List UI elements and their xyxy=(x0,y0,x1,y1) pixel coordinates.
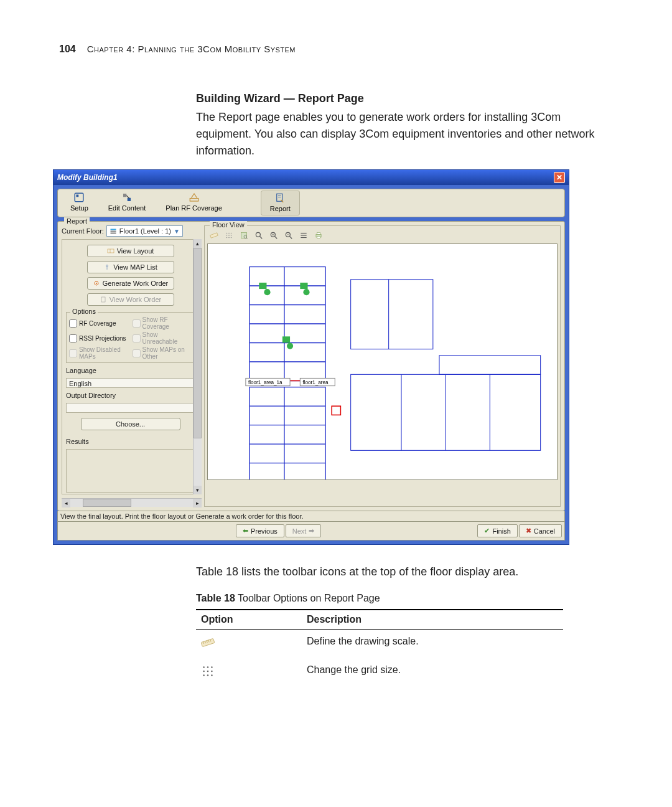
current-floor-select[interactable]: Floor1 (Level : 1) ▼ xyxy=(106,225,183,237)
arrow-right-icon: ➡ xyxy=(309,527,314,535)
rssi-projections-checkbox[interactable]: RSSI Projections xyxy=(69,331,129,345)
results-label: Results xyxy=(66,438,195,445)
svg-rect-74 xyxy=(282,336,290,342)
left-scrollbar[interactable]: ▴ ▾ xyxy=(193,239,202,494)
svg-rect-19 xyxy=(210,233,218,238)
next-button[interactable]: Next➡ xyxy=(286,524,322,537)
svg-rect-73 xyxy=(300,283,307,289)
view-work-order-label: View Work Order xyxy=(110,296,161,303)
svg-line-35 xyxy=(275,237,278,239)
svg-point-71 xyxy=(287,342,293,349)
doc-icon xyxy=(100,296,107,303)
setup-icon xyxy=(73,192,85,203)
chapter-label: Chapter 4: Planning the 3Com Mobility Sy… xyxy=(87,44,296,54)
left-hscrollbar[interactable]: ◂ ▸ xyxy=(62,498,202,507)
show-disabled-maps-label: Show Disabled MAPs xyxy=(79,346,129,360)
zoom-icon[interactable] xyxy=(253,230,264,241)
svg-rect-1 xyxy=(77,195,79,197)
svg-rect-77 xyxy=(201,638,215,646)
cancel-button[interactable]: ✖Cancel xyxy=(519,524,562,537)
current-floor-value: Floor1 (Level : 1) xyxy=(119,227,171,235)
zoom-out-icon[interactable] xyxy=(283,230,294,241)
tab-report[interactable]: Report xyxy=(261,191,300,215)
svg-point-27 xyxy=(228,237,230,238)
scroll-down-icon[interactable]: ▾ xyxy=(194,486,202,494)
grid-dots-icon xyxy=(201,664,215,678)
svg-rect-5 xyxy=(190,199,198,202)
tab-plan-rf[interactable]: Plan RF Coverage xyxy=(157,191,231,215)
zoom-fit-icon[interactable] xyxy=(238,230,250,241)
svg-rect-72 xyxy=(259,283,266,289)
status-bar: View the final layout. Print the floor l… xyxy=(57,511,565,522)
titlebar: Modify Building1 ✕ xyxy=(54,170,569,185)
view-work-order-button[interactable]: View Work Order xyxy=(87,293,174,306)
previous-button[interactable]: ⬅Previous xyxy=(236,524,284,537)
scroll-thumb[interactable] xyxy=(194,248,202,438)
output-directory-input[interactable] xyxy=(66,403,195,413)
svg-point-23 xyxy=(226,235,228,236)
svg-rect-0 xyxy=(75,193,84,202)
list-icon[interactable] xyxy=(298,230,309,241)
show-disabled-maps-checkbox: Show Disabled MAPs xyxy=(69,346,129,360)
show-rf-coverage-checkbox: Show RF Coverage xyxy=(133,316,192,330)
svg-point-86 xyxy=(203,671,205,672)
rf-coverage-checkbox[interactable]: RF Coverage xyxy=(69,316,129,330)
svg-rect-2 xyxy=(123,194,126,197)
svg-rect-67 xyxy=(332,406,340,415)
wizard-button-bar: ⬅Previous Next➡ ✔Finish ✖Cancel xyxy=(57,522,565,540)
toolbar-spacer xyxy=(233,191,258,215)
floor-area-label-a: floor1_area_1a xyxy=(248,380,282,385)
ruler-icon xyxy=(201,636,215,649)
svg-point-25 xyxy=(231,235,232,236)
previous-label: Previous xyxy=(251,527,278,535)
tab-setup[interactable]: Setup xyxy=(62,191,97,215)
floor-view-label: Floor View xyxy=(210,221,247,229)
view-layout-label: View Layout xyxy=(117,247,154,255)
language-input[interactable]: English xyxy=(66,378,195,388)
close-button[interactable]: ✕ xyxy=(554,172,565,183)
print-icon[interactable] xyxy=(313,230,324,241)
svg-point-70 xyxy=(303,289,309,295)
below-paragraph: Table 18 lists the toolbar icons at the … xyxy=(196,564,613,580)
choose-label: Choose... xyxy=(116,420,145,428)
table-row: Change the grid size. xyxy=(196,658,563,687)
gear-orange-icon xyxy=(93,280,100,287)
svg-rect-46 xyxy=(317,237,320,238)
table-caption-rest: Toolbar Options on Report Page xyxy=(235,593,380,603)
finish-button[interactable]: ✔Finish xyxy=(477,524,517,537)
svg-line-39 xyxy=(290,237,292,239)
check-icon: ✔ xyxy=(484,527,490,535)
floor-canvas[interactable]: floor1_area_1a floor1_area xyxy=(207,243,558,480)
hscroll-thumb[interactable] xyxy=(83,499,132,507)
ruler-icon[interactable] xyxy=(208,230,220,241)
scroll-left-icon[interactable]: ◂ xyxy=(62,499,70,507)
zoom-in-icon[interactable] xyxy=(268,230,279,241)
plan-rf-icon xyxy=(188,192,200,203)
tab-plan-rf-label: Plan RF Coverage xyxy=(166,204,222,212)
svg-point-22 xyxy=(231,233,232,234)
svg-line-33 xyxy=(260,237,263,239)
output-directory-label: Output Directory xyxy=(66,392,195,399)
tab-edit-content[interactable]: Edit Content xyxy=(100,191,155,215)
scroll-up-icon[interactable]: ▴ xyxy=(194,239,202,248)
cancel-label: Cancel xyxy=(534,527,555,535)
svg-point-85 xyxy=(211,666,213,668)
svg-point-89 xyxy=(203,674,205,676)
view-map-list-button[interactable]: View MAP List xyxy=(87,261,174,273)
scroll-right-icon[interactable]: ▸ xyxy=(193,499,202,507)
grid-dots-icon[interactable] xyxy=(223,230,235,241)
svg-rect-10 xyxy=(110,231,116,232)
window-title: Modify Building1 xyxy=(57,173,118,182)
view-layout-button[interactable]: View Layout xyxy=(87,245,174,257)
generate-work-order-button[interactable]: Generate Work Order xyxy=(87,277,174,290)
svg-rect-12 xyxy=(108,249,114,253)
svg-point-69 xyxy=(264,289,270,295)
show-unreachable-label: Show Unreachable xyxy=(142,331,192,345)
main-toolbar: Setup Edit Content Plan RF Coverage Repo… xyxy=(57,189,565,217)
svg-point-28 xyxy=(231,237,232,238)
svg-point-83 xyxy=(203,666,205,668)
choose-button[interactable]: Choose... xyxy=(81,418,180,430)
edit-content-icon xyxy=(121,192,133,203)
page-number: 104 xyxy=(59,44,76,55)
svg-point-87 xyxy=(207,671,209,672)
